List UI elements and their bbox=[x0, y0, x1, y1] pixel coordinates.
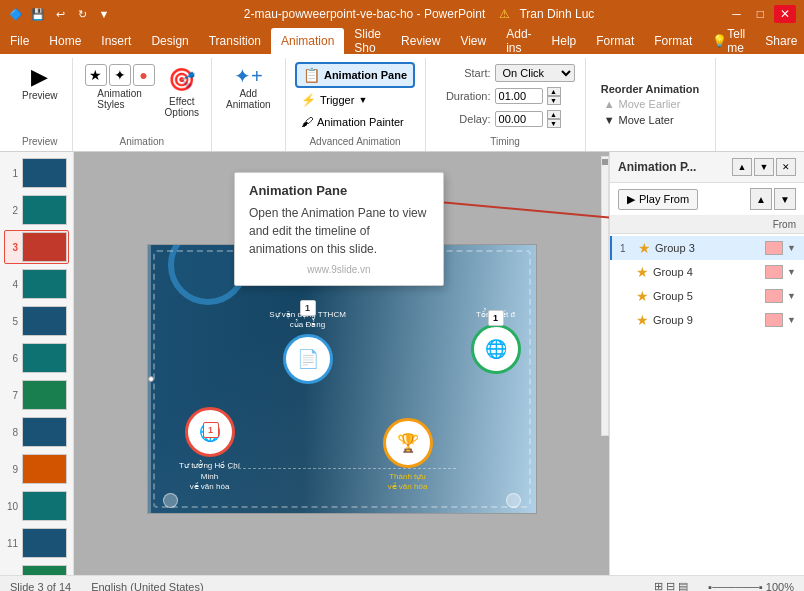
menu-addins[interactable]: Add-ins bbox=[496, 28, 541, 54]
anim-item-group3[interactable]: 1 ★ Group 3 ▼ bbox=[610, 236, 804, 260]
tell-me-button[interactable]: 💡 Tell me bbox=[702, 28, 755, 54]
slide-thumb-7[interactable]: 7 bbox=[4, 378, 69, 412]
save-icon[interactable]: 💾 bbox=[30, 6, 46, 22]
menu-transition[interactable]: Transition bbox=[199, 28, 271, 54]
menu-view[interactable]: View bbox=[450, 28, 496, 54]
minimize-button[interactable]: ─ bbox=[726, 5, 747, 23]
slide-thumb-12[interactable]: 12 bbox=[4, 563, 69, 575]
menu-help[interactable]: Help bbox=[542, 28, 587, 54]
menu-home[interactable]: Home bbox=[39, 28, 91, 54]
animation-list: 1 ★ Group 3 ▼ ★ Group 4 ▼ ★ Group 5 ▼ bbox=[610, 234, 804, 575]
delay-spinner[interactable]: ▲ ▼ bbox=[547, 110, 561, 128]
window-controls[interactable]: ─ □ ✕ bbox=[726, 5, 796, 23]
deco-dot-2 bbox=[506, 493, 521, 508]
duration-spinner[interactable]: ▲ ▼ bbox=[547, 87, 561, 105]
move-earlier-button[interactable]: ▲ Move Earlier bbox=[601, 97, 700, 111]
menu-slideshow[interactable]: Slide Sho bbox=[344, 28, 391, 54]
anim-dropdown-2[interactable]: ▼ bbox=[787, 267, 796, 277]
slide-item-2: Sự vận dụng TTHCMcủa Đảng 📄 bbox=[268, 310, 348, 389]
customize-qat-icon[interactable]: ▼ bbox=[96, 6, 112, 22]
menu-insert[interactable]: Insert bbox=[91, 28, 141, 54]
panel-close-btn[interactable]: ✕ bbox=[776, 158, 796, 176]
anim-color-1 bbox=[765, 241, 783, 255]
anim-star-3: ★ bbox=[636, 288, 649, 304]
anim-nav-up-btn[interactable]: ▲ bbox=[750, 188, 772, 210]
title-bar-left: 🔷 💾 ↩ ↻ ▼ bbox=[8, 6, 112, 22]
animation-pane-tooltip: Animation Pane Open the Animation Pane t… bbox=[234, 172, 444, 286]
add-animation-button[interactable]: ✦+ AddAnimation bbox=[220, 62, 276, 114]
animation-painter-button[interactable]: 🖌 Animation Painter bbox=[295, 112, 415, 132]
slide-selection-handles bbox=[148, 376, 154, 382]
anim-star-2: ★ bbox=[636, 264, 649, 280]
preview-button[interactable]: ▶ Preview bbox=[16, 62, 64, 105]
menu-format1[interactable]: Format bbox=[586, 28, 644, 54]
delay-down-btn[interactable]: ▼ bbox=[547, 119, 561, 128]
move-earlier-label: Move Earlier bbox=[619, 98, 681, 110]
slide-preview-12 bbox=[22, 565, 67, 575]
delay-input[interactable] bbox=[495, 111, 543, 127]
anim-dropdown-4[interactable]: ▼ bbox=[787, 315, 796, 325]
anim-dropdown-1[interactable]: ▼ bbox=[787, 243, 796, 253]
slide-thumb-8[interactable]: 8 bbox=[4, 415, 69, 449]
slide-thumb-5[interactable]: 5 bbox=[4, 304, 69, 338]
username-label: Tran Dinh Luc bbox=[519, 7, 594, 21]
anim-nav-buttons[interactable]: ▲ ▼ bbox=[750, 188, 796, 210]
reorder-title: Reorder Animation bbox=[601, 83, 700, 95]
svg-line-1 bbox=[439, 202, 609, 222]
anim-nav-down-btn[interactable]: ▼ bbox=[774, 188, 796, 210]
menu-format2[interactable]: Format bbox=[644, 28, 702, 54]
slide-info: Slide 3 of 14 bbox=[10, 581, 71, 592]
slide-thumb-9[interactable]: 9 bbox=[4, 452, 69, 486]
timing-group-label: Timing bbox=[490, 132, 520, 147]
menu-file[interactable]: File bbox=[0, 28, 39, 54]
slide-thumb-10[interactable]: 10 bbox=[4, 489, 69, 523]
play-from-button[interactable]: ▶ Play From bbox=[618, 189, 698, 210]
slide-thumb-1[interactable]: 1 bbox=[4, 156, 69, 190]
view-icons[interactable]: ⊞ ⊟ ▤ bbox=[654, 580, 688, 591]
animation-pane-button[interactable]: 📋 Animation Pane bbox=[295, 62, 415, 88]
maximize-button[interactable]: □ bbox=[751, 5, 770, 23]
anim-item-group5[interactable]: ★ Group 5 ▼ bbox=[610, 284, 804, 308]
duration-input[interactable] bbox=[495, 88, 543, 104]
from-label: From bbox=[773, 219, 796, 230]
animation-styles-button[interactable]: ★ ✦ ● AnimationStyles bbox=[81, 62, 159, 112]
deco-line bbox=[228, 468, 456, 469]
start-select[interactable]: On Click With Previous After Previous bbox=[495, 64, 575, 82]
menu-design[interactable]: Design bbox=[141, 28, 198, 54]
duration-up-btn[interactable]: ▲ bbox=[547, 87, 561, 96]
arrow-indicator bbox=[429, 182, 609, 242]
zoom-control[interactable]: ▪──────▪ 100% bbox=[708, 581, 794, 592]
menu-animation[interactable]: Animation bbox=[271, 28, 344, 54]
move-later-button[interactable]: ▼ Move Later bbox=[601, 113, 700, 127]
slide-thumb-4[interactable]: 4 bbox=[4, 267, 69, 301]
move-later-label: Move Later bbox=[619, 114, 674, 126]
slide-thumb-6[interactable]: 6 bbox=[4, 341, 69, 375]
status-bar: Slide 3 of 14 English (United States) ⊞ … bbox=[0, 575, 804, 591]
slide-preview-10 bbox=[22, 491, 67, 521]
share-button[interactable]: Share bbox=[755, 28, 804, 54]
anim-dropdown-3[interactable]: ▼ bbox=[787, 291, 796, 301]
duration-down-btn[interactable]: ▼ bbox=[547, 96, 561, 105]
scroll-indicator[interactable] bbox=[601, 156, 609, 436]
panel-down-btn[interactable]: ▼ bbox=[754, 158, 774, 176]
slide-thumb-3[interactable]: 3 bbox=[4, 230, 69, 264]
effect-options-button[interactable]: 🎯 EffectOptions bbox=[161, 62, 203, 120]
slide-item-1: 🌐 Tư tưởng Hồ Chí Minhvề văn hóa bbox=[170, 407, 250, 492]
slide-thumb-2[interactable]: 2 bbox=[4, 193, 69, 227]
undo-icon[interactable]: ↩ bbox=[52, 6, 68, 22]
anim-item-name-4: Group 9 bbox=[653, 314, 761, 326]
close-button[interactable]: ✕ bbox=[774, 5, 796, 23]
menu-review[interactable]: Review bbox=[391, 28, 450, 54]
anim-item-group4[interactable]: ★ Group 4 ▼ bbox=[610, 260, 804, 284]
redo-icon[interactable]: ↻ bbox=[74, 6, 90, 22]
effect-options-label: EffectOptions bbox=[165, 96, 199, 118]
trigger-button[interactable]: ⚡ Trigger ▼ bbox=[295, 90, 415, 110]
ribbon-group-advanced: 📋 Animation Pane ⚡ Trigger ▼ 🖌 Animation… bbox=[286, 58, 426, 151]
anim-item-group9[interactable]: ★ Group 9 ▼ bbox=[610, 308, 804, 332]
slide-thumb-11[interactable]: 11 bbox=[4, 526, 69, 560]
delay-up-btn[interactable]: ▲ bbox=[547, 110, 561, 119]
panel-controls[interactable]: ▲ ▼ ✕ bbox=[732, 158, 796, 176]
panel-up-btn[interactable]: ▲ bbox=[732, 158, 752, 176]
powerpoint-logo-icon: 🔷 bbox=[8, 6, 24, 22]
slide-preview-1 bbox=[22, 158, 67, 188]
